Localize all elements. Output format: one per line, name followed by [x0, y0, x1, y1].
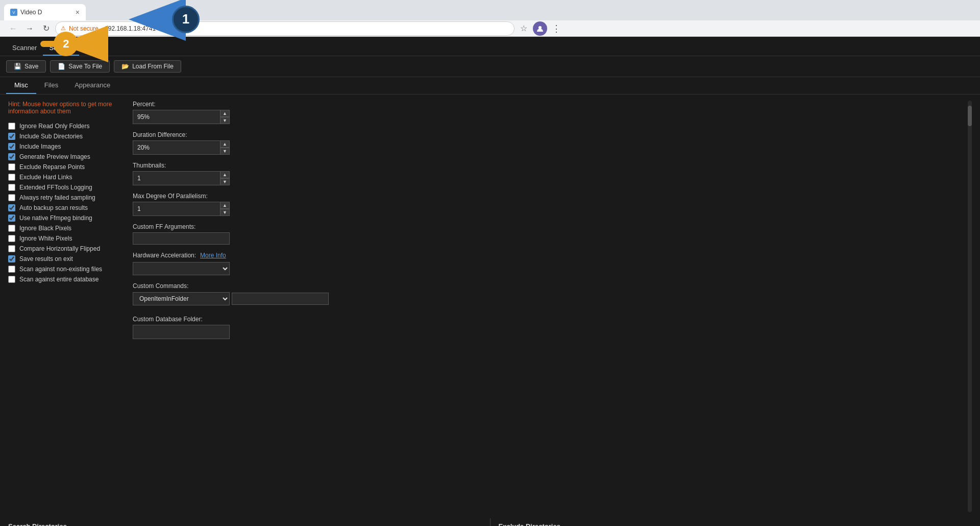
thumbnails-increment[interactable]: ▲: [220, 171, 230, 178]
exclude-directories-title: Exclude Directories: [499, 518, 972, 526]
thumbnails-spinner: ▲ ▼: [133, 171, 230, 185]
save-file-icon: 📄: [58, 63, 65, 70]
checkbox-input-auto-backup[interactable]: [8, 204, 15, 211]
nav-scanner[interactable]: Scanner: [6, 41, 43, 56]
checkbox-input-ignore-readonly[interactable]: [8, 123, 15, 130]
percent-decrement[interactable]: ▼: [220, 117, 230, 124]
checkbox-generate-preview[interactable]: Generate Preview Images: [8, 152, 120, 162]
checkbox-ignore-white[interactable]: Ignore White Pixels: [8, 233, 120, 244]
checkbox-always-retry[interactable]: Always retry failed sampling: [8, 193, 120, 203]
hw-accel-more-info[interactable]: More Info: [200, 252, 226, 259]
save-button[interactable]: 💾 Save: [6, 60, 46, 73]
checkbox-include-images[interactable]: Include Images: [8, 141, 120, 152]
load-icon: 📂: [121, 63, 129, 70]
checkbox-input-extended-fftools[interactable]: [8, 184, 15, 191]
hw-accel-label: Hardware Acceleration:: [133, 252, 196, 259]
tab-favicon: V: [10, 9, 17, 16]
back-button[interactable]: ←: [6, 21, 20, 36]
checkbox-input-ignore-white[interactable]: [8, 235, 15, 242]
thumbnails-input[interactable]: [133, 171, 220, 185]
checkbox-ignore-black[interactable]: Ignore Black Pixels: [8, 223, 120, 233]
reload-button[interactable]: ↻: [39, 21, 53, 36]
checkbox-scan-entire-db[interactable]: Scan against entire database: [8, 274, 120, 284]
custom-commands-label: Custom Commands:: [133, 282, 955, 290]
scrollbar[interactable]: [968, 101, 972, 512]
custom-commands-field-group: Custom Commands: OpenItemInFolder: [133, 282, 955, 308]
main-content: Hint: Mouse hover options to get more in…: [0, 94, 980, 518]
checkbox-input-include-images[interactable]: [8, 143, 15, 150]
checkbox-ignore-readonly[interactable]: Ignore Read Only Folders: [8, 121, 120, 131]
duration-increment[interactable]: ▲: [220, 140, 230, 148]
checkbox-input-include-subdirs[interactable]: [8, 133, 15, 140]
checkbox-input-generate-preview[interactable]: [8, 153, 15, 160]
checkbox-input-scan-entire-db[interactable]: [8, 276, 15, 283]
tab-files[interactable]: Files: [36, 77, 66, 94]
percent-input[interactable]: [133, 110, 220, 124]
checkbox-label-save-results-on-exit: Save results on exit: [19, 255, 73, 262]
custom-db-folder-input[interactable]: [133, 325, 230, 339]
tab-appearance[interactable]: Appearance: [66, 77, 118, 94]
duration-decrement[interactable]: ▼: [220, 148, 230, 155]
custom-ff-label: Custom FF Arguments:: [133, 223, 955, 230]
checkbox-input-ignore-black[interactable]: [8, 225, 15, 232]
checkbox-label-ignore-white: Ignore White Pixels: [19, 235, 72, 242]
checkbox-label-use-native-ffmpeg: Use native Ffmpeg binding: [19, 214, 92, 222]
checkbox-input-exclude-reparse[interactable]: [8, 163, 15, 171]
tab-close-button[interactable]: ×: [76, 9, 80, 16]
checkbox-list: Ignore Read Only FoldersInclude Sub Dire…: [8, 121, 120, 284]
custom-commands-input[interactable]: [232, 293, 329, 305]
checkbox-label-generate-preview: Generate Preview Images: [19, 153, 90, 160]
browser-menu-button[interactable]: ⋮: [549, 21, 564, 36]
profile-button[interactable]: [533, 21, 547, 36]
percent-spinner: ▲ ▼: [133, 110, 230, 124]
checkbox-scan-non-existing[interactable]: Scan against non-existing files: [8, 264, 120, 274]
fields-panel: Percent: ▲ ▼ Duration Difference: ▲ ▼: [133, 101, 955, 512]
scrollbar-thumb[interactable]: [968, 106, 972, 126]
bookmark-button[interactable]: ☆: [517, 21, 531, 36]
checkbox-auto-backup[interactable]: Auto backup scan results: [8, 203, 120, 213]
checkbox-exclude-reparse[interactable]: Exclude Reparse Points: [8, 162, 120, 172]
custom-ff-input[interactable]: [133, 232, 230, 245]
parallelism-increment[interactable]: ▲: [220, 202, 230, 209]
checkbox-compare-horiz-flipped[interactable]: Compare Horizontally Flipped: [8, 244, 120, 254]
checkbox-label-auto-backup: Auto backup scan results: [19, 204, 88, 211]
checkbox-input-exclude-hard-links[interactable]: [8, 174, 15, 181]
checkbox-exclude-hard-links[interactable]: Exclude Hard Links: [8, 172, 120, 182]
settings-tabs: Misc Files Appearance: [0, 77, 980, 94]
checkbox-save-results-on-exit[interactable]: Save results on exit: [8, 254, 120, 264]
hint-text: Hint: Mouse hover options to get more in…: [8, 101, 120, 115]
duration-diff-field-group: Duration Difference: ▲ ▼: [133, 131, 955, 155]
max-parallelism-field-group: Max Degree Of Parallelism: ▲ ▼: [133, 193, 955, 216]
checkbox-use-native-ffmpeg[interactable]: Use native Ffmpeg binding: [8, 213, 120, 223]
duration-diff-input[interactable]: [133, 140, 220, 155]
address-bar[interactable]: ⚠ Not secure 192.168.1.18:4741: [55, 21, 514, 36]
thumbnails-label: Thumbnails:: [133, 162, 955, 169]
load-from-file-button[interactable]: 📂 Load From File: [114, 60, 181, 73]
max-parallelism-input[interactable]: [133, 202, 220, 216]
checkbox-extended-fftools[interactable]: Extended FFTools Logging: [8, 182, 120, 193]
security-label: Not secure: [69, 25, 99, 32]
thumbnails-decrement[interactable]: ▼: [220, 178, 230, 185]
percent-increment[interactable]: ▲: [220, 110, 230, 117]
search-directories-title: Search Directories: [8, 518, 482, 526]
max-parallelism-label: Max Degree Of Parallelism:: [133, 193, 955, 200]
hw-accel-row: Hardware Acceleration: More Info: [133, 252, 955, 259]
tab-misc[interactable]: Misc: [6, 77, 36, 94]
checkbox-input-compare-horiz-flipped[interactable]: [8, 245, 15, 252]
forward-button[interactable]: →: [22, 21, 37, 36]
checkbox-input-save-results-on-exit[interactable]: [8, 255, 15, 262]
checkbox-input-use-native-ffmpeg[interactable]: [8, 214, 15, 222]
nav-settings[interactable]: Settings: [43, 41, 79, 56]
checkbox-include-subdirs[interactable]: Include Sub Directories: [8, 131, 120, 141]
custom-ff-field-group: Custom FF Arguments:: [133, 223, 955, 245]
checkbox-label-ignore-readonly: Ignore Read Only Folders: [19, 123, 89, 130]
checkbox-label-compare-horiz-flipped: Compare Horizontally Flipped: [19, 245, 100, 252]
checkbox-input-always-retry[interactable]: [8, 194, 15, 201]
browser-tab[interactable]: V Video D ×: [4, 4, 86, 20]
hw-accel-select[interactable]: [133, 262, 230, 275]
save-to-file-button[interactable]: 📄 Save To File: [50, 60, 110, 73]
checkbox-input-scan-non-existing[interactable]: [8, 266, 15, 273]
parallelism-decrement[interactable]: ▼: [220, 209, 230, 216]
app-container: Scanner Settings 2 💾 Save: [0, 37, 980, 526]
custom-commands-select[interactable]: OpenItemInFolder: [133, 292, 230, 305]
